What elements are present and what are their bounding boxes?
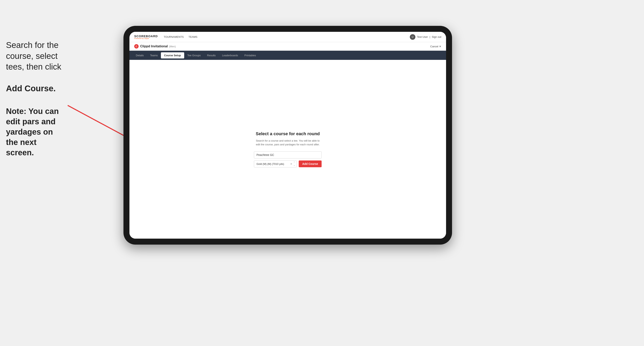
- tournament-header: C Clippd Invitational (Men) Cancel ✕: [130, 42, 446, 51]
- tab-leaderboards[interactable]: Leaderboards: [219, 52, 241, 58]
- tournament-icon: C: [134, 44, 138, 48]
- tablet-device: SCOREBOARD Powered by clippd TOURNAMENTS…: [124, 26, 452, 245]
- tee-clear-icon[interactable]: ✕: [290, 163, 292, 166]
- logo-title: SCOREBOARD: [134, 35, 158, 38]
- course-setup-title: Select a course for each round: [256, 131, 320, 136]
- annotation-bold: Add Course.: [6, 84, 56, 93]
- tab-details[interactable]: Details: [132, 52, 147, 58]
- cancel-icon: ✕: [439, 45, 441, 48]
- nav-bar: SCOREBOARD Powered by clippd TOURNAMENTS…: [130, 32, 446, 42]
- course-setup-description: Search for a course and select a tee. Yo…: [254, 139, 322, 147]
- annotation-note: Note: You can edit pars and yardages on …: [6, 107, 59, 157]
- tournament-name: Clippd Invitational: [140, 44, 168, 48]
- user-name: Test User: [417, 35, 428, 38]
- nav-separator: |: [430, 35, 430, 38]
- tablet-screen: SCOREBOARD Powered by clippd TOURNAMENTS…: [130, 32, 446, 239]
- annotation-line1: Search for the course, select tees, then…: [6, 40, 61, 71]
- logo: SCOREBOARD Powered by clippd: [134, 35, 158, 39]
- main-content: Select a course for each round Search fo…: [130, 60, 446, 239]
- nav-right: U Test User | Sign out: [410, 34, 441, 40]
- tab-bar: Details Teams Course Setup Tee Groups Re…: [130, 51, 446, 60]
- nav-links: TOURNAMENTS TEAMS: [164, 35, 410, 39]
- course-search-input[interactable]: [254, 151, 322, 159]
- tab-tee-groups[interactable]: Tee Groups: [184, 52, 204, 58]
- sign-out-link[interactable]: Sign out: [432, 35, 441, 38]
- user-avatar: U: [410, 34, 416, 40]
- tab-teams[interactable]: Teams: [147, 52, 161, 58]
- tee-select-row: Gold (M) (M) (7010 yds) ✕ ⌃⌄ Add Course: [254, 161, 322, 168]
- cancel-button[interactable]: Cancel ✕: [430, 45, 441, 48]
- logo-subtitle: Powered by clippd: [134, 38, 158, 39]
- cancel-label: Cancel: [430, 45, 438, 48]
- add-course-button[interactable]: Add Course: [299, 161, 322, 167]
- tournament-type: (Men): [169, 45, 176, 48]
- nav-tournaments[interactable]: TOURNAMENTS: [164, 35, 184, 39]
- tab-course-setup[interactable]: Course Setup: [161, 52, 184, 58]
- tee-select-wrapper: Gold (M) (M) (7010 yds) ✕ ⌃⌄: [254, 161, 297, 168]
- nav-teams[interactable]: TEAMS: [188, 35, 198, 39]
- tab-results[interactable]: Results: [204, 52, 219, 58]
- left-annotation: Search for the course, select tees, then…: [6, 40, 62, 158]
- tab-printables[interactable]: Printables: [241, 52, 259, 58]
